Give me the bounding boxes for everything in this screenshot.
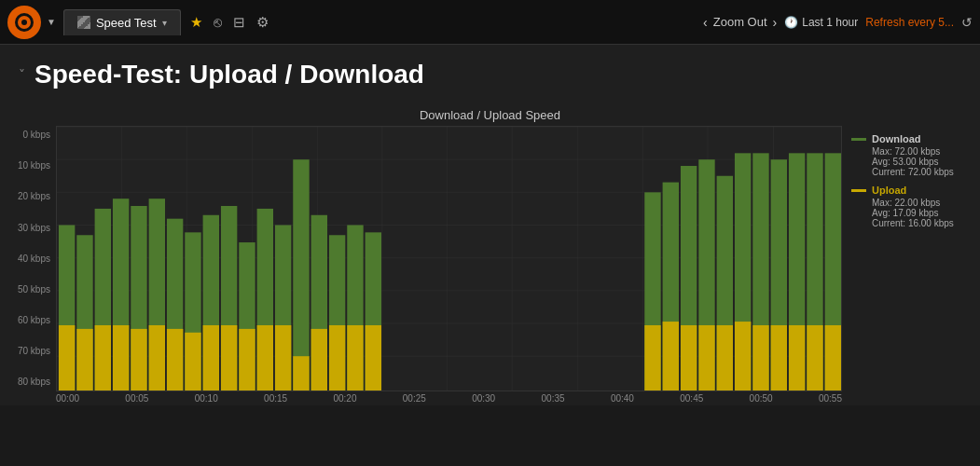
svg-rect-55	[167, 329, 183, 391]
tab-icon	[77, 16, 90, 29]
x-axis: 00:00 00:05 00:10 00:15 00:20 00:25 00:3…	[56, 391, 842, 405]
collapse-caret-icon[interactable]: ˅	[19, 67, 25, 82]
svg-rect-50	[76, 329, 92, 391]
chart-title: Download / Upload Speed	[7, 108, 973, 122]
svg-rect-72	[735, 322, 751, 391]
x-label-0055: 00:55	[819, 393, 842, 404]
svg-rect-59	[239, 329, 255, 391]
download-max-stat: Max: 72.00 kbps	[872, 146, 963, 157]
svg-rect-56	[185, 333, 200, 391]
y-label-60: 60 kbps	[7, 315, 50, 325]
svg-rect-64	[329, 325, 345, 391]
favorite-icon[interactable]: ★	[190, 14, 202, 31]
page-title: Speed-Test: Upload / Download	[35, 60, 424, 89]
x-label-0015: 00:15	[264, 393, 287, 404]
upload-avg-stat: Avg: 17.09 kbps	[872, 208, 963, 218]
logo-icon	[15, 13, 34, 32]
svg-rect-49	[59, 325, 75, 391]
svg-rect-75	[789, 325, 805, 391]
y-label-30: 30 kbps	[7, 223, 50, 233]
svg-rect-62	[293, 356, 309, 391]
time-range-label: Last 1 hour	[802, 16, 858, 29]
svg-rect-53	[131, 329, 146, 391]
x-label-0030: 00:30	[472, 393, 495, 404]
svg-rect-57	[203, 325, 219, 391]
download-color-swatch	[851, 138, 866, 141]
speed-test-tab[interactable]: Speed Test ▾	[63, 9, 181, 35]
zoom-next-button[interactable]: ›	[773, 15, 778, 30]
upload-color-swatch	[851, 189, 866, 192]
svg-rect-67	[644, 325, 660, 391]
page-title-bar: ˅ Speed-Test: Upload / Download	[0, 45, 980, 101]
upload-max-stat: Max: 22.00 kbps	[872, 198, 963, 208]
zoom-controls: ‹ Zoom Out ›	[703, 15, 777, 30]
legend-download-item: Download	[851, 133, 963, 144]
y-label-0: 0 kbps	[7, 130, 50, 140]
svg-rect-54	[149, 325, 165, 391]
y-label-10: 10 kbps	[7, 160, 50, 171]
y-axis: 80 kbps 70 kbps 60 kbps 50 kbps 40 kbps …	[7, 126, 56, 405]
download-current-stat: Current: 72.00 kbps	[872, 167, 963, 177]
settings-icon[interactable]: ⚙	[256, 14, 269, 31]
x-label-0035: 00:35	[542, 393, 565, 404]
y-label-70: 70 kbps	[7, 346, 50, 356]
chart-svg	[57, 127, 841, 391]
svg-rect-76	[807, 325, 822, 391]
svg-rect-33	[293, 159, 309, 391]
svg-rect-73	[752, 325, 768, 391]
x-label-0025: 00:25	[403, 393, 426, 404]
legend-upload-item: Upload	[851, 185, 963, 196]
x-label-0045: 00:45	[680, 393, 703, 404]
y-label-40: 40 kbps	[7, 254, 50, 264]
svg-rect-69	[681, 325, 697, 391]
svg-rect-77	[825, 325, 841, 391]
logo-dropdown-caret[interactable]: ▼	[47, 17, 56, 27]
time-range: 🕐 Last 1 hour	[784, 16, 858, 29]
save-icon[interactable]: ⊟	[233, 14, 245, 31]
refresh-label[interactable]: Refresh every 5...	[865, 16, 954, 29]
y-label-50: 50 kbps	[7, 284, 50, 295]
x-label-0005: 00:05	[125, 393, 148, 404]
svg-rect-58	[221, 325, 237, 391]
y-label-20: 20 kbps	[7, 191, 50, 201]
refresh-icon[interactable]: ↺	[961, 15, 973, 30]
svg-rect-63	[311, 329, 327, 391]
upload-legend-label: Upload	[872, 185, 906, 196]
svg-rect-65	[347, 325, 363, 391]
svg-rect-66	[366, 325, 381, 391]
svg-rect-51	[95, 325, 111, 391]
top-bar: ▼ Speed Test ▾ ★ ⎋ ⊟ ⚙ ‹ Zoom Out › 🕐 La…	[0, 0, 980, 45]
svg-rect-71	[717, 325, 733, 391]
download-avg-stat: Avg: 53.00 kbps	[872, 157, 963, 167]
share-icon[interactable]: ⎋	[214, 14, 222, 30]
zoom-out-label[interactable]: Zoom Out	[713, 15, 767, 29]
download-legend-label: Download	[872, 133, 921, 144]
tab-title-label: Speed Test	[96, 16, 157, 30]
x-label-0000: 00:00	[56, 393, 79, 404]
clock-icon: 🕐	[784, 16, 798, 29]
upload-current-stat: Current: 16.00 kbps	[872, 218, 963, 228]
top-bar-right: ‹ Zoom Out › 🕐 Last 1 hour Refresh every…	[703, 15, 973, 30]
tab-actions: ★ ⎋ ⊟ ⚙	[190, 14, 269, 31]
x-label-0050: 00:50	[750, 393, 773, 404]
tab-caret-icon: ▾	[162, 18, 167, 28]
svg-rect-52	[113, 325, 129, 391]
zoom-prev-button[interactable]: ‹	[703, 15, 708, 30]
chart-plot-area	[56, 126, 842, 391]
svg-rect-74	[771, 325, 787, 391]
svg-rect-61	[275, 325, 291, 391]
x-label-0040: 00:40	[611, 393, 634, 404]
x-label-0020: 00:20	[333, 393, 356, 404]
svg-rect-68	[663, 322, 679, 391]
chart-container: Download / Upload Speed 80 kbps 70 kbps …	[0, 101, 980, 405]
y-label-80: 80 kbps	[7, 377, 50, 387]
svg-rect-70	[698, 325, 714, 391]
chart-legend: Download Max: 72.00 kbps Avg: 53.00 kbps…	[842, 126, 973, 405]
svg-rect-60	[257, 325, 273, 391]
x-label-0010: 00:10	[195, 393, 218, 404]
logo-button[interactable]	[7, 6, 41, 39]
